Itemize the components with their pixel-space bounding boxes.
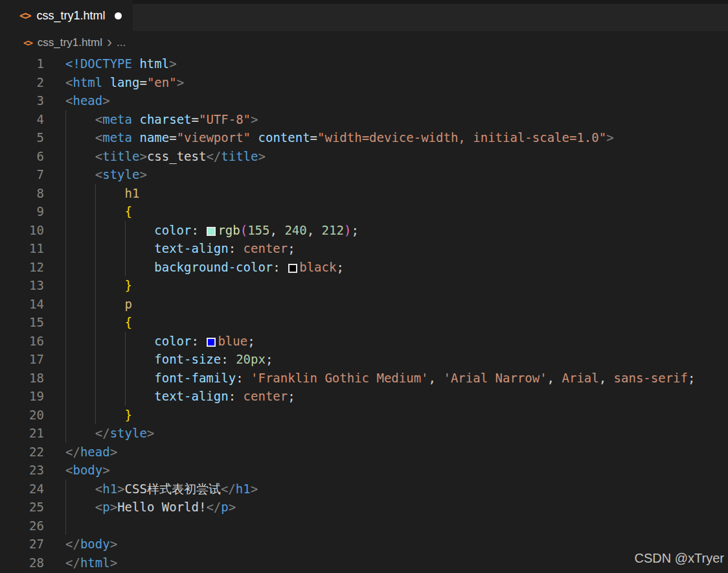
code-text: </style> xyxy=(65,424,154,443)
line-number[interactable]: 4 xyxy=(0,110,44,129)
code-token: </ xyxy=(206,149,221,163)
indent-guide xyxy=(65,295,66,314)
line-number[interactable]: 16 xyxy=(0,332,44,351)
code-token: p xyxy=(102,500,109,514)
line-number[interactable]: 18 xyxy=(0,369,44,388)
code-token: ; xyxy=(266,352,273,366)
code-line[interactable]: 23<body> xyxy=(0,461,728,480)
code-line[interactable]: 22</head> xyxy=(0,443,728,462)
indent-guide xyxy=(65,387,66,406)
code-token: style xyxy=(110,426,147,440)
color-swatch[interactable] xyxy=(207,338,216,347)
code-line[interactable]: 24 <h1>CSS样式表初尝试</h1> xyxy=(0,480,728,498)
line-number[interactable]: 2 xyxy=(0,73,44,92)
code-line[interactable]: 7 <style> xyxy=(0,165,728,184)
code-line[interactable]: 16 color: blue; xyxy=(0,332,728,351)
line-number[interactable]: 15 xyxy=(0,313,44,332)
code-text: <title>css_test</title> xyxy=(65,147,266,166)
code-token: style xyxy=(102,167,139,181)
code-line[interactable]: 12 background-color: black; xyxy=(0,258,728,277)
code-token: name xyxy=(139,130,169,145)
code-area[interactable]: 1<!DOCTYPE html>2<html lang="en">3<head>… xyxy=(0,54,728,572)
indent-guide xyxy=(65,480,66,498)
code-token: </ xyxy=(65,445,80,459)
code-token: color xyxy=(154,223,191,237)
indent-guide xyxy=(125,239,126,258)
code-line[interactable]: 15 { xyxy=(0,313,728,332)
line-number[interactable]: 7 xyxy=(0,165,44,184)
code-line[interactable]: 19 text-align: center; xyxy=(0,387,728,406)
line-number[interactable]: 14 xyxy=(0,295,44,314)
code-token: < xyxy=(95,167,102,181)
code-line[interactable]: 10 color: rgb(155, 240, 212); xyxy=(0,221,728,240)
code-line[interactable]: 26 xyxy=(0,517,728,535)
code-line[interactable]: 11 text-align: center; xyxy=(0,239,728,258)
code-line[interactable]: 27</body> xyxy=(0,535,728,554)
breadcrumb-symbol-ellipsis[interactable]: ... xyxy=(117,36,126,49)
code-token: } xyxy=(125,408,132,422)
indent-guide xyxy=(65,332,66,351)
code-line[interactable]: 28</html> xyxy=(0,554,728,572)
code-token: black xyxy=(299,260,336,274)
code-token: = xyxy=(310,130,317,145)
editor-tab-css-try1[interactable]: <> css_try1.html xyxy=(0,0,133,31)
html-file-icon: <> xyxy=(23,38,32,48)
line-number[interactable]: 13 xyxy=(0,276,44,295)
breadcrumb-file-name[interactable]: css_try1.html xyxy=(38,36,102,49)
code-line[interactable]: 20 } xyxy=(0,406,728,425)
modified-indicator-icon[interactable] xyxy=(115,12,122,19)
code-token: > xyxy=(251,112,258,126)
code-line[interactable]: 8 h1 xyxy=(0,184,728,203)
line-number[interactable]: 11 xyxy=(0,239,44,258)
code-line[interactable]: 3<head> xyxy=(0,91,728,110)
code-text: } xyxy=(65,406,132,425)
indent-guide xyxy=(65,239,66,258)
line-number[interactable]: 8 xyxy=(0,184,44,203)
color-swatch[interactable] xyxy=(207,227,216,236)
line-number[interactable]: 28 xyxy=(0,554,44,572)
code-token: < xyxy=(65,93,73,108)
color-swatch[interactable] xyxy=(288,264,297,273)
code-token: </ xyxy=(95,426,110,440)
code-line[interactable]: 18 font-family: 'Franklin Gothic Medium'… xyxy=(0,369,728,388)
line-number[interactable]: 24 xyxy=(0,480,44,498)
line-number[interactable]: 25 xyxy=(0,498,44,517)
code-line[interactable]: 14 p xyxy=(0,295,728,314)
code-token: head xyxy=(80,445,110,459)
code-token: </ xyxy=(206,500,221,514)
code-line[interactable]: 9 { xyxy=(0,202,728,221)
line-number[interactable]: 10 xyxy=(0,221,44,240)
code-line[interactable]: 25 <p>Hello World!</p> xyxy=(0,498,728,517)
line-number[interactable]: 20 xyxy=(0,406,44,425)
code-token: : xyxy=(229,389,244,403)
code-line[interactable]: 1<!DOCTYPE html> xyxy=(0,54,728,73)
indent-guide xyxy=(65,110,66,129)
code-line[interactable]: 6 <title>css_test</title> xyxy=(0,147,728,166)
code-line[interactable]: 4 <meta charset="UTF-8"> xyxy=(0,110,728,129)
line-number[interactable]: 6 xyxy=(0,147,44,166)
line-number[interactable]: 23 xyxy=(0,461,44,480)
line-number[interactable]: 3 xyxy=(0,91,44,110)
code-line[interactable]: 17 font-size: 20px; xyxy=(0,350,728,369)
line-number[interactable]: 5 xyxy=(0,128,44,147)
code-token: CSS样式表初尝试 xyxy=(125,482,221,496)
line-number[interactable]: 12 xyxy=(0,258,44,277)
line-number[interactable]: 9 xyxy=(0,202,44,221)
code-token xyxy=(132,112,139,126)
code-line[interactable]: 13 } xyxy=(0,276,728,295)
line-number[interactable]: 1 xyxy=(0,54,44,73)
code-token xyxy=(132,130,139,145)
indent-guide xyxy=(95,295,96,314)
line-number[interactable]: 17 xyxy=(0,350,44,369)
indent-guide xyxy=(95,406,96,425)
code-line[interactable]: 5 <meta name="viewport" content="width=d… xyxy=(0,128,728,147)
line-number[interactable]: 21 xyxy=(0,424,44,443)
code-token: < xyxy=(65,463,73,477)
line-number[interactable]: 26 xyxy=(0,517,44,535)
code-line[interactable]: 2<html lang="en"> xyxy=(0,73,728,92)
code-line[interactable]: 21 </style> xyxy=(0,424,728,443)
line-number[interactable]: 22 xyxy=(0,443,44,462)
code-token: ; xyxy=(336,260,343,274)
line-number[interactable]: 27 xyxy=(0,535,44,554)
line-number[interactable]: 19 xyxy=(0,387,44,406)
